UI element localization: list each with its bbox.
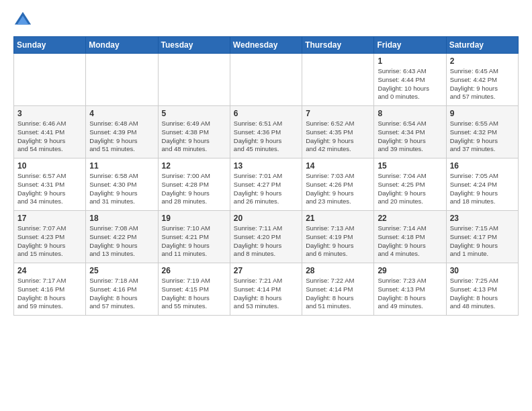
calendar-cell-w1d1: 4Sunrise: 6:48 AM Sunset: 4:39 PM Daylig… [86, 106, 158, 158]
day-detail: Sunrise: 7:22 AM Sunset: 4:14 PM Dayligh… [306, 277, 370, 311]
week-row-4: 24Sunrise: 7:17 AM Sunset: 4:16 PM Dayli… [14, 263, 519, 316]
day-number: 9 [450, 109, 515, 118]
day-detail: Sunrise: 7:19 AM Sunset: 4:15 PM Dayligh… [162, 277, 226, 311]
calendar-table: SundayMondayTuesdayWednesdayThursdayFrid… [13, 36, 519, 316]
weekday-saturday: Saturday [446, 37, 518, 54]
day-detail: Sunrise: 6:57 AM Sunset: 4:31 PM Dayligh… [17, 172, 82, 206]
day-number: 20 [234, 214, 298, 223]
week-row-1: 3Sunrise: 6:46 AM Sunset: 4:41 PM Daylig… [14, 106, 519, 158]
calendar-cell-w1d3: 6Sunrise: 6:51 AM Sunset: 4:36 PM Daylig… [230, 106, 302, 158]
calendar-cell-w2d6: 16Sunrise: 7:05 AM Sunset: 4:24 PM Dayli… [446, 158, 518, 211]
calendar-cell-w1d4: 7Sunrise: 6:52 AM Sunset: 4:35 PM Daylig… [302, 106, 374, 158]
calendar-cell-w2d2: 12Sunrise: 7:00 AM Sunset: 4:28 PM Dayli… [158, 158, 230, 211]
calendar-cell-w3d5: 22Sunrise: 7:14 AM Sunset: 4:18 PM Dayli… [374, 211, 446, 263]
day-number: 18 [89, 214, 154, 223]
calendar-cell-w1d2: 5Sunrise: 6:49 AM Sunset: 4:38 PM Daylig… [158, 106, 230, 158]
calendar-cell-w3d6: 23Sunrise: 7:15 AM Sunset: 4:17 PM Dayli… [446, 211, 518, 263]
day-number: 6 [234, 109, 298, 118]
calendar-cell-w4d4: 28Sunrise: 7:22 AM Sunset: 4:14 PM Dayli… [302, 263, 374, 316]
calendar-cell-w0d2 [158, 54, 230, 106]
calendar-cell-w4d3: 27Sunrise: 7:21 AM Sunset: 4:14 PM Dayli… [230, 263, 302, 316]
calendar-cell-w3d0: 17Sunrise: 7:07 AM Sunset: 4:23 PM Dayli… [14, 211, 86, 263]
day-number: 7 [306, 109, 370, 118]
day-number: 26 [162, 266, 226, 275]
day-detail: Sunrise: 6:48 AM Sunset: 4:39 PM Dayligh… [89, 120, 154, 154]
calendar-cell-w3d3: 20Sunrise: 7:11 AM Sunset: 4:20 PM Dayli… [230, 211, 302, 263]
day-number: 4 [89, 109, 154, 118]
calendar-cell-w4d6: 30Sunrise: 7:25 AM Sunset: 4:13 PM Dayli… [446, 263, 518, 316]
calendar-cell-w2d4: 14Sunrise: 7:03 AM Sunset: 4:26 PM Dayli… [302, 158, 374, 211]
calendar-cell-w0d1 [86, 54, 158, 106]
day-number: 8 [378, 109, 442, 118]
day-detail: Sunrise: 6:43 AM Sunset: 4:44 PM Dayligh… [378, 67, 442, 101]
day-number: 10 [17, 161, 82, 171]
day-number: 19 [162, 214, 226, 223]
day-detail: Sunrise: 7:21 AM Sunset: 4:14 PM Dayligh… [234, 277, 298, 311]
day-detail: Sunrise: 6:52 AM Sunset: 4:35 PM Dayligh… [306, 120, 370, 154]
day-detail: Sunrise: 7:04 AM Sunset: 4:25 PM Dayligh… [378, 172, 442, 206]
day-number: 29 [378, 266, 442, 275]
header [13, 11, 519, 30]
day-number: 2 [450, 56, 515, 66]
day-detail: Sunrise: 7:01 AM Sunset: 4:27 PM Dayligh… [234, 172, 298, 206]
day-detail: Sunrise: 6:54 AM Sunset: 4:34 PM Dayligh… [378, 120, 442, 154]
day-number: 30 [450, 266, 515, 275]
day-detail: Sunrise: 6:55 AM Sunset: 4:32 PM Dayligh… [450, 120, 515, 154]
day-detail: Sunrise: 7:18 AM Sunset: 4:16 PM Dayligh… [89, 277, 154, 311]
day-detail: Sunrise: 7:08 AM Sunset: 4:22 PM Dayligh… [89, 224, 154, 259]
weekday-friday: Friday [374, 37, 446, 54]
weekday-sunday: Sunday [14, 37, 86, 54]
calendar-cell-w3d4: 21Sunrise: 7:13 AM Sunset: 4:19 PM Dayli… [302, 211, 374, 263]
day-number: 21 [306, 214, 370, 223]
weekday-wednesday: Wednesday [230, 37, 302, 54]
calendar-cell-w4d1: 25Sunrise: 7:18 AM Sunset: 4:16 PM Dayli… [86, 263, 158, 316]
day-detail: Sunrise: 7:13 AM Sunset: 4:19 PM Dayligh… [306, 224, 370, 259]
day-detail: Sunrise: 7:07 AM Sunset: 4:23 PM Dayligh… [17, 224, 82, 259]
week-row-3: 17Sunrise: 7:07 AM Sunset: 4:23 PM Dayli… [14, 211, 519, 263]
calendar-cell-w0d5: 1Sunrise: 6:43 AM Sunset: 4:44 PM Daylig… [374, 54, 446, 106]
calendar-cell-w2d0: 10Sunrise: 6:57 AM Sunset: 4:31 PM Dayli… [14, 158, 86, 211]
logo [13, 11, 35, 30]
calendar-cell-w2d3: 13Sunrise: 7:01 AM Sunset: 4:27 PM Dayli… [230, 158, 302, 211]
weekday-monday: Monday [86, 37, 158, 54]
day-number: 17 [17, 214, 82, 223]
day-detail: Sunrise: 7:03 AM Sunset: 4:26 PM Dayligh… [306, 172, 370, 206]
day-number: 16 [450, 161, 515, 171]
day-number: 25 [89, 266, 154, 275]
calendar-cell-w0d4 [302, 54, 374, 106]
day-number: 12 [162, 161, 226, 171]
calendar-cell-w1d6: 9Sunrise: 6:55 AM Sunset: 4:32 PM Daylig… [446, 106, 518, 158]
calendar-cell-w0d0 [14, 54, 86, 106]
calendar-cell-w0d3 [230, 54, 302, 106]
day-number: 14 [306, 161, 370, 171]
weekday-thursday: Thursday [302, 37, 374, 54]
day-number: 11 [89, 161, 154, 171]
day-detail: Sunrise: 7:25 AM Sunset: 4:13 PM Dayligh… [450, 277, 515, 311]
weekday-header-row: SundayMondayTuesdayWednesdayThursdayFrid… [14, 37, 519, 54]
day-detail: Sunrise: 7:15 AM Sunset: 4:17 PM Dayligh… [450, 224, 515, 259]
calendar-cell-w1d0: 3Sunrise: 6:46 AM Sunset: 4:41 PM Daylig… [14, 106, 86, 158]
day-number: 28 [306, 266, 370, 275]
day-detail: Sunrise: 7:10 AM Sunset: 4:21 PM Dayligh… [162, 224, 226, 259]
day-number: 15 [378, 161, 442, 171]
day-number: 5 [162, 109, 226, 118]
day-number: 22 [378, 214, 442, 223]
day-number: 3 [17, 109, 82, 118]
day-detail: Sunrise: 7:14 AM Sunset: 4:18 PM Dayligh… [378, 224, 442, 259]
day-detail: Sunrise: 6:51 AM Sunset: 4:36 PM Dayligh… [234, 120, 298, 154]
day-detail: Sunrise: 7:00 AM Sunset: 4:28 PM Dayligh… [162, 172, 226, 206]
day-number: 1 [378, 56, 442, 66]
calendar-cell-w4d5: 29Sunrise: 7:23 AM Sunset: 4:13 PM Dayli… [374, 263, 446, 316]
day-detail: Sunrise: 6:46 AM Sunset: 4:41 PM Dayligh… [17, 120, 82, 154]
day-detail: Sunrise: 6:49 AM Sunset: 4:38 PM Dayligh… [162, 120, 226, 154]
day-number: 13 [234, 161, 298, 171]
day-detail: Sunrise: 7:11 AM Sunset: 4:20 PM Dayligh… [234, 224, 298, 259]
logo-icon [13, 11, 32, 30]
day-detail: Sunrise: 6:58 AM Sunset: 4:30 PM Dayligh… [89, 172, 154, 206]
calendar-cell-w3d2: 19Sunrise: 7:10 AM Sunset: 4:21 PM Dayli… [158, 211, 230, 263]
day-number: 23 [450, 214, 515, 223]
page: SundayMondayTuesdayWednesdayThursdayFrid… [0, 0, 532, 411]
day-detail: Sunrise: 6:45 AM Sunset: 4:42 PM Dayligh… [450, 67, 515, 101]
calendar-cell-w4d0: 24Sunrise: 7:17 AM Sunset: 4:16 PM Dayli… [14, 263, 86, 316]
calendar-cell-w3d1: 18Sunrise: 7:08 AM Sunset: 4:22 PM Dayli… [86, 211, 158, 263]
